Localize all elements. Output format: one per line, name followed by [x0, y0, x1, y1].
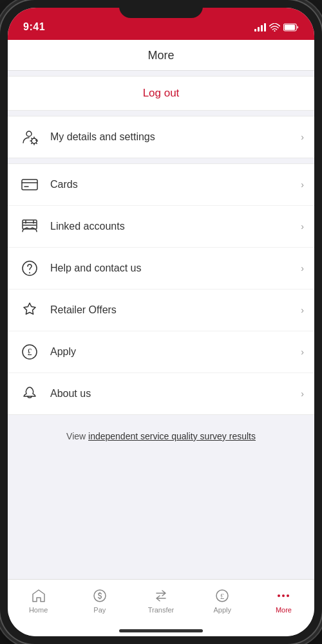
- tab-home[interactable]: Home: [8, 585, 69, 616]
- tab-more[interactable]: More: [253, 585, 314, 616]
- tab-apply[interactable]: £ Apply: [192, 585, 253, 616]
- content-area: More Log out: [8, 40, 314, 579]
- survey-text: View independent service quality survey …: [66, 431, 256, 441]
- chevron-right-icon: ›: [301, 389, 304, 399]
- main-menu-section: Cards › Linked accounts: [8, 163, 314, 415]
- wifi-icon: [269, 23, 280, 32]
- chevron-right-icon: ›: [301, 263, 304, 273]
- apply-tab-icon: £: [214, 587, 231, 604]
- screen: 9:41: [8, 8, 314, 636]
- more-dots-icon: [278, 594, 289, 597]
- status-time: 9:41: [23, 21, 45, 33]
- menu-item-linked-accounts[interactable]: Linked accounts ›: [8, 206, 314, 248]
- logout-section: Log out: [8, 76, 314, 111]
- battery-icon: [283, 23, 299, 32]
- phone-frame: 9:41: [0, 0, 322, 644]
- menu-item-apply[interactable]: £ Apply ›: [8, 331, 314, 373]
- logout-button[interactable]: Log out: [143, 87, 180, 100]
- menu-item-help[interactable]: Help and contact us ›: [8, 248, 314, 290]
- pay-icon: [91, 587, 108, 604]
- screen-body: More Log out: [8, 40, 314, 636]
- menu-item-cards[interactable]: Cards ›: [8, 164, 314, 206]
- menu-item-my-details[interactable]: My details and settings ›: [8, 116, 314, 158]
- chevron-right-icon: ›: [301, 305, 304, 315]
- home-bar: [119, 629, 203, 632]
- menu-item-retailer-offers[interactable]: Retailer Offers ›: [8, 290, 314, 331]
- my-details-section: My details and settings ›: [8, 116, 314, 158]
- transfer-icon: [153, 587, 169, 604]
- chevron-right-icon: ›: [301, 132, 304, 142]
- notch: [119, 0, 203, 18]
- about-us-label: About us: [50, 388, 301, 400]
- retailer-offers-icon: [18, 299, 41, 322]
- svg-rect-6: [23, 220, 37, 229]
- pay-tab-label: Pay: [93, 606, 106, 614]
- person-settings-icon: [18, 125, 41, 149]
- cards-label: Cards: [50, 179, 301, 190]
- svg-point-3: [26, 131, 32, 136]
- chevron-right-icon: ›: [301, 221, 304, 232]
- cards-icon: [18, 173, 41, 196]
- apply-tab-label: Apply: [213, 606, 231, 614]
- svg-rect-5: [22, 179, 37, 190]
- transfer-tab-label: Transfer: [148, 606, 175, 614]
- signal-icon: [254, 23, 266, 32]
- survey-link[interactable]: independent service quality survey resul…: [88, 431, 256, 441]
- svg-point-0: [274, 30, 275, 32]
- status-icons: [254, 23, 299, 32]
- home-icon: [30, 587, 47, 604]
- help-icon: [18, 257, 41, 280]
- more-tab-icon: [275, 587, 292, 604]
- home-indicator: [8, 629, 314, 636]
- svg-text:£: £: [220, 591, 225, 601]
- nav-header: More: [8, 40, 314, 71]
- svg-rect-2: [285, 24, 295, 30]
- chevron-right-icon: ›: [301, 179, 304, 190]
- tab-transfer[interactable]: Transfer: [130, 585, 191, 616]
- chevron-right-icon: ›: [301, 347, 304, 357]
- menu-item-about-us[interactable]: About us ›: [8, 373, 314, 414]
- apply-label: Apply: [50, 346, 301, 358]
- linked-accounts-label: Linked accounts: [50, 221, 301, 232]
- retailer-offers-label: Retailer Offers: [50, 304, 301, 316]
- tab-pay[interactable]: Pay: [69, 585, 130, 616]
- page-title: More: [147, 49, 174, 62]
- linked-accounts-icon: [18, 215, 41, 238]
- about-us-icon: [18, 382, 41, 405]
- my-details-label: My details and settings: [50, 131, 301, 143]
- survey-section: View independent service quality survey …: [8, 415, 314, 457]
- svg-text:£: £: [28, 347, 32, 357]
- more-tab-label: More: [276, 606, 292, 614]
- help-label: Help and contact us: [50, 262, 301, 274]
- home-tab-label: Home: [29, 606, 48, 614]
- tab-bar: Home Pay: [8, 579, 314, 629]
- apply-icon: £: [18, 340, 41, 363]
- svg-point-8: [29, 272, 30, 273]
